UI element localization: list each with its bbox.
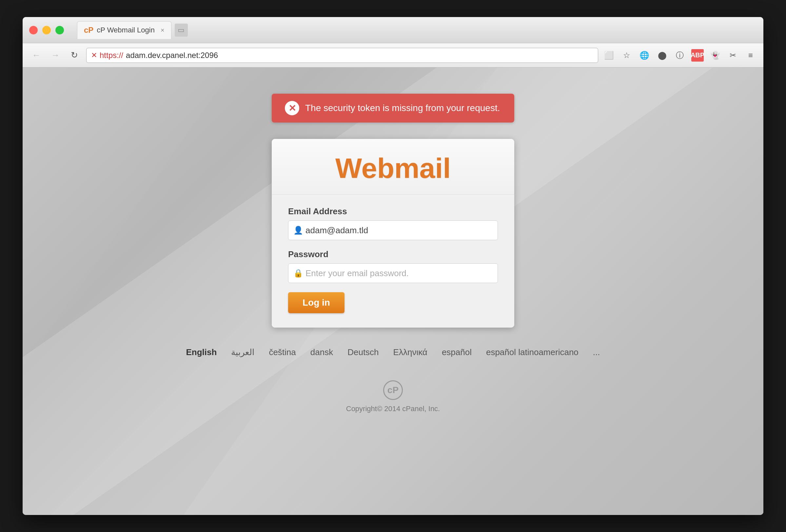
email-input-wrapper: 👤: [288, 220, 498, 240]
error-icon: ✕: [285, 101, 299, 115]
webmail-title: Webmail: [285, 152, 501, 185]
close-button[interactable]: [29, 26, 38, 34]
forward-button[interactable]: →: [48, 48, 63, 63]
adblock-icon[interactable]: ABP: [691, 49, 704, 62]
password-label: Password: [288, 249, 498, 260]
color-wheel-icon[interactable]: ⬤: [656, 49, 668, 62]
cpanel-logo-text: cP: [388, 385, 398, 395]
language-arabic[interactable]: العربية: [231, 347, 254, 357]
login-button[interactable]: Log in: [288, 292, 345, 313]
active-tab[interactable]: cP cP Webmail Login ×: [77, 21, 171, 39]
cpanel-footer-logo: cP: [383, 380, 403, 400]
error-message: The security token is missing from your …: [305, 103, 500, 113]
language-english[interactable]: English: [186, 347, 217, 357]
title-bar: cP cP Webmail Login × ▭: [23, 17, 763, 43]
language-german[interactable]: Deutsch: [347, 347, 378, 357]
user-icon[interactable]: ✂: [727, 49, 739, 62]
language-more[interactable]: ...: [593, 347, 600, 357]
info-icon[interactable]: ⓘ: [674, 49, 686, 62]
error-banner: ✕ The security token is missing from you…: [272, 94, 514, 122]
reload-button[interactable]: ↻: [67, 48, 82, 63]
window-controls: [29, 26, 64, 34]
language-danish[interactable]: dansk: [310, 347, 333, 357]
tab-title: cP Webmail Login: [97, 26, 155, 34]
password-input-wrapper: 🔒: [288, 263, 498, 283]
password-input[interactable]: [288, 263, 498, 283]
menu-icon[interactable]: ≡: [744, 49, 757, 62]
cpanel-logo-icon: cP: [84, 26, 93, 35]
user-input-icon: 👤: [293, 226, 303, 235]
ghost-icon[interactable]: 👻: [709, 49, 721, 62]
back-button[interactable]: ←: [29, 48, 44, 63]
email-form-group: Email Address 👤: [288, 207, 498, 240]
language-spanish[interactable]: español: [442, 347, 472, 357]
language-greek[interactable]: Ελληνικά: [393, 347, 427, 357]
copyright-text: Copyright© 2014 cPanel, Inc.: [346, 405, 440, 413]
cpanel-logo-circle: cP: [383, 380, 403, 400]
tab-bar: cP cP Webmail Login × ▭: [77, 21, 188, 39]
url-domain: adam.dev.cpanel.net:2096: [126, 51, 218, 60]
lock-input-icon: 🔒: [293, 269, 303, 278]
footer: cP Copyright© 2014 cPanel, Inc.: [346, 380, 440, 413]
browser-window: cP cP Webmail Login × ▭ ← → ↻ ✕ https://…: [23, 17, 763, 515]
page-content: ✕ The security token is missing from you…: [23, 68, 763, 515]
login-card: Webmail Email Address 👤 Password 🔒: [272, 139, 514, 328]
url-protocol: https://: [100, 51, 123, 60]
bookmark-icon[interactable]: ☆: [621, 49, 633, 62]
email-label: Email Address: [288, 207, 498, 217]
tab-close-icon[interactable]: ×: [161, 27, 165, 34]
address-bar[interactable]: ✕ https:// adam.dev.cpanel.net:2096: [86, 48, 598, 63]
language-bar: English العربية čeština dansk Deutsch Ελ…: [186, 347, 600, 357]
translate-icon[interactable]: 🌐: [638, 49, 651, 62]
nav-icons: ⬜ ☆ 🌐 ⬤ ⓘ ABP 👻 ✂ ≡: [603, 49, 757, 62]
language-czech[interactable]: čeština: [269, 347, 296, 357]
password-form-group: Password 🔒: [288, 249, 498, 283]
cast-icon[interactable]: ⬜: [603, 49, 615, 62]
login-card-header: Webmail: [272, 139, 514, 195]
nav-bar: ← → ↻ ✕ https:// adam.dev.cpanel.net:209…: [23, 43, 763, 68]
security-warning-icon: ✕: [91, 51, 97, 59]
login-card-body: Email Address 👤 Password 🔒 Log in: [272, 195, 514, 328]
minimize-button[interactable]: [42, 26, 51, 34]
email-input[interactable]: [288, 220, 498, 240]
maximize-button[interactable]: [55, 26, 64, 34]
language-spanish-latin[interactable]: español latinoamericano: [486, 347, 579, 357]
new-tab-button[interactable]: ▭: [175, 24, 188, 37]
